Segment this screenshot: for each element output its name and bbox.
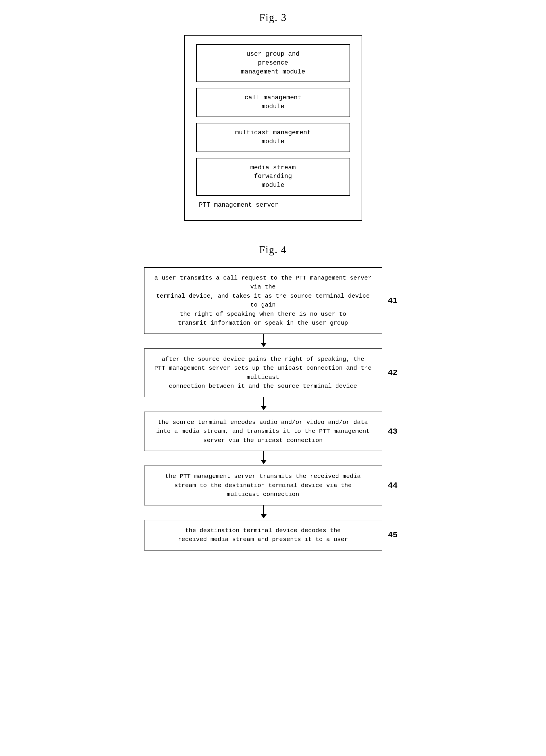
fig3-title: Fig. 3 <box>101 11 446 24</box>
fig4-section: Fig. 4 a user transmits a call request t… <box>101 244 446 550</box>
flow-box-44: the PTT management server transmits the … <box>144 466 382 505</box>
fig3-box3: multicast managementmodule <box>196 123 350 152</box>
flow-arrow-2 <box>144 397 402 412</box>
flow-box-45: the destination terminal device decodes … <box>144 520 382 550</box>
flow-number-45: 45 <box>388 531 402 540</box>
flow-number-42: 42 <box>388 368 402 377</box>
flow-step-45: the destination terminal device decodes … <box>144 520 402 550</box>
flow-step-41: a user transmits a call request to the P… <box>144 267 402 334</box>
fig3-box1: user group andpresencemanagement module <box>196 44 350 82</box>
flow-arrow-1 <box>144 334 402 348</box>
flow-arrow-3 <box>144 451 402 466</box>
flow-step-43: the source terminal encodes audio and/or… <box>144 412 402 451</box>
flow-step-42: after the source device gains the right … <box>144 348 402 397</box>
fig4-title: Fig. 4 <box>101 244 446 256</box>
fig3-server-label: PTT management server <box>196 201 350 209</box>
page-container: Fig. 3 user group andpresencemanagement … <box>101 11 446 550</box>
flow-box-41: a user transmits a call request to the P… <box>144 267 382 334</box>
flow-number-44: 44 <box>388 481 402 490</box>
fig3-box2: call managementmodule <box>196 88 350 117</box>
fig3-section: Fig. 3 user group andpresencemanagement … <box>101 11 446 221</box>
flow-number-43: 43 <box>388 427 402 436</box>
flow-arrow-4 <box>144 505 402 520</box>
flow-box-42: after the source device gains the right … <box>144 348 382 397</box>
flowchart: a user transmits a call request to the P… <box>144 267 402 550</box>
flow-number-41: 41 <box>388 296 402 305</box>
flow-step-44: the PTT management server transmits the … <box>144 466 402 505</box>
fig3-outer-box: user group andpresencemanagement module … <box>184 35 362 221</box>
flow-box-43: the source terminal encodes audio and/or… <box>144 412 382 451</box>
fig3-box4: media streamforwardingmodule <box>196 158 350 196</box>
